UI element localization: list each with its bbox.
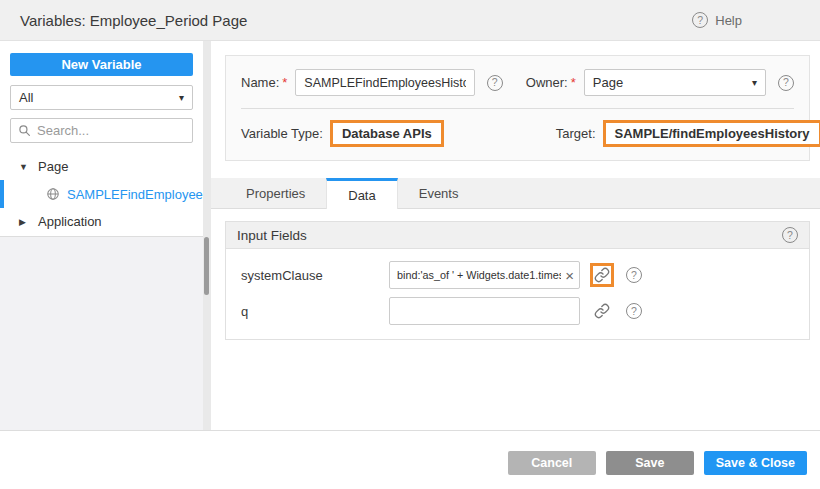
systemclause-value: bind:'as_of ' + Widgets.date1.timestam [397, 269, 561, 281]
tree-group-application-label: Application [38, 214, 102, 229]
variables-dialog: Variables: Employee_Period Page ? Help N… [0, 0, 820, 489]
systemclause-input[interactable]: bind:'as_of ' + Widgets.date1.timestam × [389, 261, 580, 289]
search-icon [18, 124, 31, 137]
cancel-button[interactable]: Cancel [508, 451, 596, 475]
clear-icon[interactable]: × [565, 268, 574, 283]
target-label: Target: [556, 126, 596, 141]
input-fields-body: systemClause bind:'as_of ' + Widgets.dat… [226, 249, 809, 339]
sidebar-controls: New Variable All ▾ [0, 41, 203, 143]
type-target-row: Variable Type: Database APIs Target: SAM… [226, 109, 809, 160]
chevron-down-icon: ▾ [179, 92, 184, 103]
caret-down-icon: ▼ [19, 162, 29, 172]
q-bind-button[interactable] [590, 299, 614, 323]
variable-name-input[interactable] [295, 69, 474, 96]
tree-group-page-label: Page [38, 159, 68, 174]
systemclause-label: systemClause [241, 268, 389, 283]
field-row-systemclause: systemClause bind:'as_of ' + Widgets.dat… [241, 261, 794, 289]
field-row-q: q ? [241, 297, 794, 325]
target-group: Target: SAMPLE/findEmployeesHistory [556, 120, 820, 147]
systemclause-help-icon[interactable]: ? [626, 267, 642, 283]
service-variable-icon [46, 187, 60, 201]
sidebar-filler [0, 236, 203, 430]
new-variable-button[interactable]: New Variable [10, 53, 193, 76]
q-help-icon[interactable]: ? [626, 303, 642, 319]
variable-filter-select[interactable]: All ▾ [10, 85, 193, 110]
vertical-scrollbar[interactable] [203, 41, 211, 430]
required-asterisk: * [282, 75, 287, 90]
input-fields-section: Input Fields ? systemClause bind:'as_of … [225, 221, 810, 340]
tab-events[interactable]: Events [398, 178, 480, 208]
tree-item-variable[interactable]: SAMPLEFindEmployee... [0, 180, 203, 208]
variable-filter-value: All [19, 90, 33, 105]
page-title: Variables: Employee_Period Page [20, 12, 247, 29]
chevron-down-icon: ▾ [752, 77, 757, 88]
scrollbar-thumb[interactable] [204, 237, 209, 295]
variable-type-label: Variable Type: [241, 126, 323, 141]
help-icon[interactable]: ? [692, 12, 708, 28]
name-label: Name:* [241, 75, 287, 90]
tree-group-page[interactable]: ▼ Page [0, 155, 203, 178]
dialog-body: New Variable All ▾ ▼ [0, 41, 820, 430]
variable-search[interactable] [10, 118, 193, 143]
variables-tree: ▼ Page SAMPLEFindEmployee... ▶ [0, 155, 203, 233]
variable-editor: Name:* ? Owner:* Page ▾ ? Variable Type:… [211, 41, 820, 430]
tree-group-application[interactable]: ▶ Application [0, 210, 203, 233]
editor-tabs: Properties Data Events [211, 178, 820, 209]
q-input[interactable] [389, 297, 580, 325]
tab-data[interactable]: Data [326, 178, 397, 209]
dialog-footer: Cancel Save Save & Close [0, 430, 820, 489]
title-bar: Variables: Employee_Period Page ? Help [0, 0, 820, 41]
name-owner-row: Name:* ? Owner:* Page ▾ ? [226, 56, 809, 108]
owner-value: Page [593, 75, 623, 90]
help-label[interactable]: Help [715, 13, 742, 28]
name-help-icon[interactable]: ? [487, 75, 503, 91]
q-label: q [241, 304, 389, 319]
help-button[interactable]: ? Help [692, 12, 742, 28]
save-button[interactable]: Save [606, 451, 694, 475]
search-input[interactable] [37, 123, 185, 138]
target-value-highlighted: SAMPLE/findEmployeesHistory [603, 120, 820, 147]
owner-label: Owner:* [526, 75, 576, 90]
owner-help-icon[interactable]: ? [778, 75, 794, 91]
tab-properties[interactable]: Properties [225, 178, 326, 208]
input-fields-help-icon[interactable]: ? [782, 227, 798, 243]
save-and-close-button[interactable]: Save & Close [704, 451, 807, 475]
required-asterisk: * [571, 75, 576, 90]
input-fields-header: Input Fields ? [226, 222, 809, 249]
variables-sidebar: New Variable All ▾ ▼ [0, 41, 203, 430]
owner-select[interactable]: Page ▾ [584, 69, 766, 96]
input-fields-title: Input Fields [237, 228, 307, 243]
tree-item-variable-label: SAMPLEFindEmployee... [67, 187, 203, 202]
systemclause-bind-button-highlighted[interactable] [590, 263, 614, 287]
caret-right-icon: ▶ [19, 217, 29, 227]
variable-type-value-highlighted: Database APIs [330, 120, 444, 147]
variable-summary-panel: Name:* ? Owner:* Page ▾ ? Variable Type:… [225, 55, 810, 161]
